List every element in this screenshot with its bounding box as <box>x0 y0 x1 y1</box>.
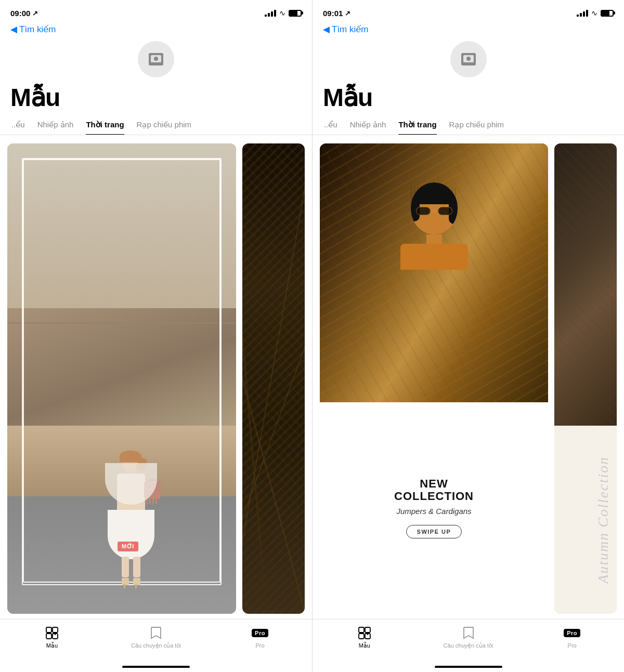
status-time-right: 09:01 ↗ <box>323 9 350 18</box>
status-bar-right: 09:01 ↗ ∿ <box>313 0 624 23</box>
nav-label-mau-left: Mẫu <box>46 642 58 649</box>
wifi-icon-left: ∿ <box>279 9 285 17</box>
home-indicator-bar-left <box>122 666 190 668</box>
pro-icon-left: Pro <box>253 626 267 640</box>
back-button-right[interactable]: ◀ Tìm kiếm <box>323 24 368 35</box>
battery-icon-right <box>601 10 614 17</box>
back-button-left[interactable]: ◀ Tìm kiếm <box>10 24 56 35</box>
signal-bars-left <box>265 10 276 17</box>
nc-main-title: NEWCOLLECTION <box>394 478 474 503</box>
mau-icon-svg-right <box>358 626 371 640</box>
signal-bar-r3 <box>583 11 585 17</box>
pro-badge-left: Pro <box>252 629 268 637</box>
tabs-left: ..ểu Nhiếp ảnh Thời trang Rạp chiếu phim <box>0 116 312 135</box>
nav-item-mau-left[interactable]: Mẫu <box>0 626 104 649</box>
svg-rect-6 <box>46 634 51 639</box>
tab-left-1[interactable]: Nhiếp ảnh <box>31 116 80 135</box>
signal-bar-1 <box>265 15 267 17</box>
leg-left <box>122 557 129 577</box>
autumn-card-inner: Autumn Collection <box>554 143 617 614</box>
nav-item-pro-left[interactable]: Pro Pro <box>208 626 312 649</box>
logo-area-right <box>313 38 624 80</box>
logo-button-right[interactable] <box>450 41 487 77</box>
nav-item-mau-right[interactable]: Mẫu <box>313 626 417 649</box>
nc-text-section: NEWCOLLECTION Jumpers & Cardigans SWIPE … <box>320 402 548 614</box>
figure-shoes <box>108 578 154 585</box>
mau-icon-svg <box>45 626 59 640</box>
signal-bar-3 <box>271 11 273 17</box>
nav-item-story-right[interactable]: Câu chuyện của tôi <box>417 626 521 649</box>
svg-rect-5 <box>53 627 58 633</box>
cards-area-left: MỚI <box>0 135 312 619</box>
heel-right <box>135 584 137 588</box>
page-title-left: Mẫu <box>0 80 312 116</box>
shoe-right <box>133 578 140 585</box>
fashion-figure <box>108 453 154 585</box>
leg-right <box>133 557 140 577</box>
cards-area-right: NEWCOLLECTION Jumpers & Cardigans SWIPE … <box>313 135 624 619</box>
nav-label-story-left: Câu chuyện của tôi <box>131 642 181 649</box>
nav-label-story-right: Câu chuyện của tôi <box>444 642 493 649</box>
autumn-text-area: Autumn Collection <box>554 426 617 614</box>
svg-point-2 <box>154 57 158 61</box>
tab-left-3[interactable]: Rạp chiếu phim <box>131 116 198 135</box>
tab-left-2[interactable]: Thời trang <box>80 116 130 135</box>
heel-left <box>124 584 125 588</box>
nc-ribbing <box>411 187 458 202</box>
location-icon-left: ↗ <box>32 9 38 17</box>
glass-left <box>416 207 431 215</box>
fashion-photo: MỚI <box>7 143 236 614</box>
time-right: 09:01 <box>323 9 343 18</box>
nav-label-mau-right: Mẫu <box>359 642 370 649</box>
nc-subtitle: Jumpers & Cardigans <box>396 507 471 516</box>
bag-fringe <box>146 498 159 504</box>
autumn-card[interactable]: Autumn Collection <box>554 143 617 614</box>
status-icons-right: ∿ <box>577 9 614 17</box>
status-time-left: 09:00 ↗ <box>10 9 38 18</box>
battery-icon-left <box>289 10 302 17</box>
svg-rect-3 <box>150 63 162 64</box>
svg-rect-16 <box>359 634 364 639</box>
svg-rect-14 <box>359 627 364 633</box>
autumn-text-vertical: Autumn Collection <box>595 456 612 584</box>
tab-right-0[interactable]: ..ểu <box>318 116 344 135</box>
new-collection-card[interactable]: NEWCOLLECTION Jumpers & Cardigans SWIPE … <box>320 143 548 614</box>
nc-sweater <box>400 244 468 270</box>
tab-right-2[interactable]: Thời trang <box>392 116 443 135</box>
nc-person-figure <box>400 182 468 270</box>
moi-badge: MỚI <box>118 542 138 551</box>
dark-partial-card[interactable] <box>242 143 305 614</box>
autumn-texture <box>554 143 617 426</box>
status-icons-left: ∿ <box>265 9 302 17</box>
fashion-card[interactable]: MỚI <box>7 143 236 614</box>
bottom-nav-right: Mẫu Câu chuyện của tôi Pro Pro <box>313 619 624 666</box>
nav-label-pro-right: Pro <box>568 642 577 649</box>
svg-point-12 <box>466 57 471 61</box>
story-icon-svg <box>150 626 162 640</box>
figure-skirt <box>108 510 154 559</box>
logo-icon-right <box>459 50 478 69</box>
location-icon-right: ↗ <box>345 9 350 17</box>
back-label-left: Tìm kiếm <box>19 24 56 35</box>
tab-right-3[interactable]: Rạp chiếu phim <box>443 116 511 135</box>
nav-bar-left: ◀ Tìm kiếm <box>0 23 312 38</box>
story-icon-svg-right <box>463 626 474 640</box>
grid-plus-icon-left <box>45 626 59 640</box>
fashion-photo-bg: MỚI <box>7 143 236 614</box>
nav-item-pro-right[interactable]: Pro Pro <box>520 626 624 649</box>
shoe-left <box>122 578 129 585</box>
svg-rect-13 <box>462 63 475 64</box>
tab-right-1[interactable]: Nhiếp ảnh <box>344 116 393 135</box>
nav-item-story-left[interactable]: Câu chuyện của tôi <box>104 626 208 649</box>
nc-photo-section <box>320 143 548 402</box>
logo-button-left[interactable] <box>138 41 174 77</box>
figure-legs <box>108 557 154 577</box>
grid-plus-icon-right <box>357 626 372 640</box>
bottom-nav-left: Mẫu Câu chuyện của tôi Pro Pro <box>0 619 312 666</box>
swipe-up-button[interactable]: SWIPE UP <box>406 525 462 538</box>
phone-panel-left: 09:00 ↗ ∿ ◀ Tìm kiếm <box>0 0 312 672</box>
svg-rect-4 <box>46 627 51 633</box>
tab-left-0[interactable]: ..ểu <box>5 116 31 135</box>
tabs-right: ..ểu Nhiếp ảnh Thời trang Rạp chiếu phim <box>313 116 624 135</box>
signal-bar-2 <box>268 13 270 17</box>
